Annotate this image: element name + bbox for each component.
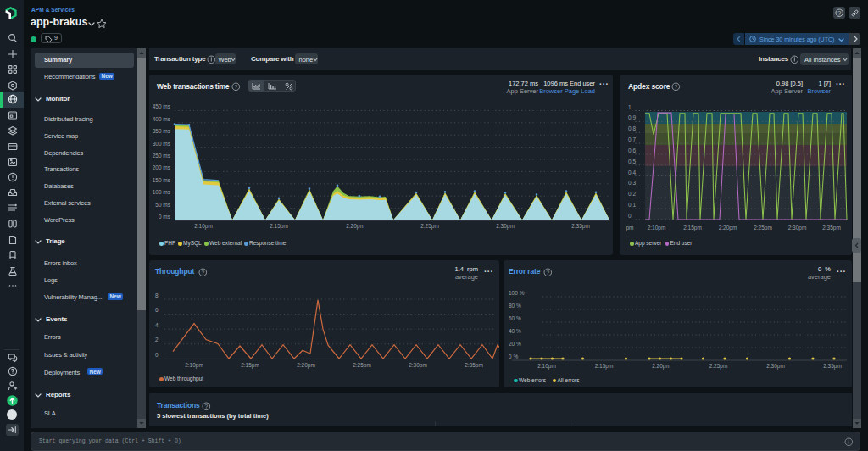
svg-text:6: 6 bbox=[155, 307, 159, 313]
svg-text:400 ms: 400 ms bbox=[153, 116, 171, 122]
svg-text:300 ms: 300 ms bbox=[153, 141, 171, 147]
svg-text:2:35pm: 2:35pm bbox=[822, 225, 841, 231]
svg-text:50 ms: 50 ms bbox=[155, 202, 170, 208]
svg-text:2:20pm: 2:20pm bbox=[652, 363, 670, 370]
svg-text:2:25pm: 2:25pm bbox=[420, 223, 439, 230]
svg-text:2:20pm: 2:20pm bbox=[297, 362, 315, 369]
svg-text:100 ms: 100 ms bbox=[153, 189, 171, 195]
svg-text:2:35pm: 2:35pm bbox=[571, 223, 590, 230]
svg-text:0.7: 0.7 bbox=[628, 136, 636, 142]
svg-text:2:10pm: 2:10pm bbox=[194, 223, 213, 230]
svg-text:100 %: 100 % bbox=[509, 290, 525, 296]
svg-text:2:35pm: 2:35pm bbox=[465, 362, 483, 369]
svg-text:0.1: 0.1 bbox=[628, 202, 636, 208]
svg-text:60 %: 60 % bbox=[509, 315, 521, 321]
svg-text:2:35pm: 2:35pm bbox=[823, 363, 842, 370]
svg-text:2:15pm: 2:15pm bbox=[270, 223, 288, 230]
svg-text:450 ms: 450 ms bbox=[153, 103, 171, 109]
svg-text:0.2: 0.2 bbox=[628, 191, 636, 197]
svg-text:0.5: 0.5 bbox=[628, 159, 636, 164]
svg-text:250 ms: 250 ms bbox=[153, 153, 171, 159]
svg-text:0: 0 bbox=[155, 352, 159, 358]
svg-text:0.6: 0.6 bbox=[628, 148, 636, 153]
svg-text:2:20pm: 2:20pm bbox=[719, 225, 737, 231]
svg-text:2:30pm: 2:30pm bbox=[766, 363, 785, 370]
svg-text:0 ms: 0 ms bbox=[159, 214, 171, 220]
svg-text:1: 1 bbox=[628, 104, 632, 110]
svg-text:pm: pm bbox=[626, 225, 633, 231]
svg-text:2:30pm: 2:30pm bbox=[788, 225, 807, 231]
svg-text:40 %: 40 % bbox=[509, 328, 521, 334]
svg-text:4: 4 bbox=[155, 322, 159, 328]
svg-text:2:15pm: 2:15pm bbox=[241, 362, 259, 369]
svg-text:2:25pm: 2:25pm bbox=[353, 362, 371, 369]
svg-text:150 ms: 150 ms bbox=[153, 177, 171, 183]
svg-text:2:10pm: 2:10pm bbox=[648, 225, 666, 231]
svg-text:0.3: 0.3 bbox=[628, 180, 636, 186]
svg-text:0.9: 0.9 bbox=[628, 114, 636, 120]
svg-text:2:10pm: 2:10pm bbox=[537, 363, 556, 370]
svg-text:?: ? bbox=[204, 403, 208, 409]
svg-text:2: 2 bbox=[155, 337, 159, 342]
svg-text:2:10pm: 2:10pm bbox=[185, 362, 203, 369]
svg-text:2:30pm: 2:30pm bbox=[496, 223, 515, 230]
svg-text:0: 0 bbox=[628, 213, 632, 219]
svg-text:2:20pm: 2:20pm bbox=[346, 223, 364, 230]
svg-text:2:25pm: 2:25pm bbox=[754, 225, 772, 231]
svg-text:200 ms: 200 ms bbox=[153, 164, 171, 170]
svg-text:2:15pm: 2:15pm bbox=[683, 225, 702, 231]
svg-text:2:25pm: 2:25pm bbox=[709, 363, 728, 370]
svg-text:0.4: 0.4 bbox=[628, 170, 636, 175]
svg-text:0.8: 0.8 bbox=[628, 125, 636, 131]
svg-text:20 %: 20 % bbox=[509, 341, 521, 347]
svg-text:350 ms: 350 ms bbox=[153, 128, 171, 134]
svg-text:80 %: 80 % bbox=[509, 303, 521, 309]
svg-text:2:30pm: 2:30pm bbox=[409, 362, 427, 369]
svg-text:?: ? bbox=[837, 10, 841, 16]
svg-text:2:15pm: 2:15pm bbox=[595, 363, 614, 370]
svg-text:8: 8 bbox=[155, 292, 159, 298]
svg-text:0 %: 0 % bbox=[509, 354, 518, 359]
